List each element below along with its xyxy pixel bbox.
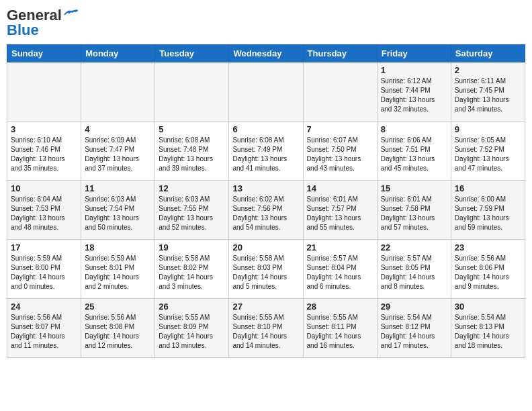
day-info: Sunrise: 6:12 AMSunset: 7:44 PMDaylight:…: [381, 77, 447, 114]
day-info: Sunrise: 6:08 AMSunset: 7:49 PMDaylight:…: [232, 136, 299, 173]
day-info: Sunrise: 5:59 AMSunset: 8:00 PMDaylight:…: [11, 254, 77, 291]
logo: General Blue: [7, 7, 78, 39]
day-number: 20: [232, 242, 299, 253]
day-info: Sunrise: 5:55 AMSunset: 8:09 PMDaylight:…: [159, 313, 225, 351]
day-info: Sunrise: 6:09 AMSunset: 7:47 PMDaylight:…: [85, 136, 151, 173]
calendar-cell: 12Sunrise: 6:03 AMSunset: 7:55 PMDayligh…: [155, 181, 229, 240]
weekday-header-thursday: Thursday: [303, 45, 377, 62]
day-number: 30: [455, 302, 521, 312]
day-number: 29: [381, 302, 447, 312]
day-number: 4: [85, 124, 151, 134]
calendar-cell: 25Sunrise: 5:56 AMSunset: 8:08 PMDayligh…: [81, 299, 155, 358]
day-info: Sunrise: 6:05 AMSunset: 7:52 PMDaylight:…: [455, 136, 521, 173]
day-number: 27: [232, 302, 299, 312]
day-info: Sunrise: 6:00 AMSunset: 7:59 PMDaylight:…: [455, 195, 521, 232]
day-info: Sunrise: 6:03 AMSunset: 7:55 PMDaylight:…: [159, 195, 225, 232]
calendar-cell: [155, 62, 229, 122]
day-number: 14: [307, 183, 373, 193]
calendar-cell: 6Sunrise: 6:08 AMSunset: 7:49 PMDaylight…: [229, 122, 303, 181]
day-info: Sunrise: 6:10 AMSunset: 7:46 PMDaylight:…: [11, 136, 77, 173]
day-number: 21: [307, 242, 373, 253]
calendar-cell: [81, 62, 155, 122]
day-number: 8: [381, 124, 447, 134]
day-number: 10: [11, 183, 77, 193]
calendar-cell: 2Sunrise: 6:11 AMSunset: 7:45 PMDaylight…: [451, 62, 525, 122]
calendar-week-row: 3Sunrise: 6:10 AMSunset: 7:46 PMDaylight…: [7, 122, 525, 181]
calendar-cell: 30Sunrise: 5:54 AMSunset: 8:13 PMDayligh…: [451, 299, 525, 358]
day-info: Sunrise: 5:57 AMSunset: 8:04 PMDaylight:…: [307, 254, 373, 291]
day-number: 26: [159, 302, 225, 312]
day-number: 18: [85, 242, 151, 253]
weekday-header-wednesday: Wednesday: [229, 45, 303, 62]
day-number: 11: [85, 183, 151, 193]
calendar-cell: [229, 62, 303, 122]
day-info: Sunrise: 5:58 AMSunset: 8:03 PMDaylight:…: [232, 254, 299, 291]
day-info: Sunrise: 5:56 AMSunset: 8:08 PMDaylight:…: [85, 313, 151, 351]
day-info: Sunrise: 5:56 AMSunset: 8:06 PMDaylight:…: [455, 254, 521, 291]
calendar-week-row: 1Sunrise: 6:12 AMSunset: 7:44 PMDaylight…: [7, 62, 525, 122]
logo-blue-text: Blue: [7, 21, 39, 39]
day-info: Sunrise: 6:06 AMSunset: 7:51 PMDaylight:…: [381, 136, 447, 173]
day-number: 23: [455, 242, 521, 253]
day-number: 25: [85, 302, 151, 312]
weekday-header-friday: Friday: [377, 45, 451, 62]
calendar-cell: 13Sunrise: 6:02 AMSunset: 7:56 PMDayligh…: [229, 181, 303, 240]
weekday-header-monday: Monday: [81, 45, 155, 62]
calendar-cell: 8Sunrise: 6:06 AMSunset: 7:51 PMDaylight…: [377, 122, 451, 181]
calendar-cell: 4Sunrise: 6:09 AMSunset: 7:47 PMDaylight…: [81, 122, 155, 181]
day-number: 19: [159, 242, 225, 253]
day-number: 22: [381, 242, 447, 253]
calendar-cell: 28Sunrise: 5:55 AMSunset: 8:11 PMDayligh…: [303, 299, 377, 358]
calendar-cell: 10Sunrise: 6:04 AMSunset: 7:53 PMDayligh…: [7, 181, 81, 240]
calendar-cell: 19Sunrise: 5:58 AMSunset: 8:02 PMDayligh…: [155, 240, 229, 299]
calendar-cell: 16Sunrise: 6:00 AMSunset: 7:59 PMDayligh…: [451, 181, 525, 240]
day-number: 28: [307, 302, 373, 312]
calendar-cell: 17Sunrise: 5:59 AMSunset: 8:00 PMDayligh…: [7, 240, 81, 299]
calendar-week-row: 10Sunrise: 6:04 AMSunset: 7:53 PMDayligh…: [7, 181, 525, 240]
day-info: Sunrise: 6:01 AMSunset: 7:57 PMDaylight:…: [307, 195, 373, 232]
day-number: 7: [307, 124, 373, 134]
day-number: 1: [381, 65, 447, 75]
calendar-week-row: 17Sunrise: 5:59 AMSunset: 8:00 PMDayligh…: [7, 240, 525, 299]
calendar-cell: 29Sunrise: 5:54 AMSunset: 8:12 PMDayligh…: [377, 299, 451, 358]
calendar-cell: 11Sunrise: 6:03 AMSunset: 7:54 PMDayligh…: [81, 181, 155, 240]
calendar-cell: 20Sunrise: 5:58 AMSunset: 8:03 PMDayligh…: [229, 240, 303, 299]
day-info: Sunrise: 5:59 AMSunset: 8:01 PMDaylight:…: [85, 254, 151, 291]
day-info: Sunrise: 5:55 AMSunset: 8:11 PMDaylight:…: [307, 313, 373, 351]
calendar-header-row: SundayMondayTuesdayWednesdayThursdayFrid…: [7, 45, 525, 62]
weekday-header-sunday: Sunday: [7, 45, 81, 62]
day-info: Sunrise: 5:57 AMSunset: 8:05 PMDaylight:…: [381, 254, 447, 291]
day-number: 17: [11, 242, 77, 253]
day-number: 6: [232, 124, 299, 134]
day-info: Sunrise: 5:54 AMSunset: 8:12 PMDaylight:…: [381, 313, 447, 351]
day-number: 3: [11, 124, 77, 134]
calendar-cell: 27Sunrise: 5:55 AMSunset: 8:10 PMDayligh…: [229, 299, 303, 358]
day-info: Sunrise: 5:56 AMSunset: 8:07 PMDaylight:…: [11, 313, 77, 351]
day-number: 9: [455, 124, 521, 134]
day-number: 15: [381, 183, 447, 193]
day-info: Sunrise: 5:55 AMSunset: 8:10 PMDaylight:…: [232, 313, 299, 351]
calendar-cell: 18Sunrise: 5:59 AMSunset: 8:01 PMDayligh…: [81, 240, 155, 299]
calendar-cell: 5Sunrise: 6:08 AMSunset: 7:48 PMDaylight…: [155, 122, 229, 181]
day-info: Sunrise: 5:58 AMSunset: 8:02 PMDaylight:…: [159, 254, 225, 291]
day-info: Sunrise: 6:08 AMSunset: 7:48 PMDaylight:…: [159, 136, 225, 173]
day-info: Sunrise: 6:04 AMSunset: 7:53 PMDaylight:…: [11, 195, 77, 232]
weekday-header-saturday: Saturday: [451, 45, 525, 62]
page-header: General Blue: [7, 7, 525, 39]
calendar-cell: 9Sunrise: 6:05 AMSunset: 7:52 PMDaylight…: [451, 122, 525, 181]
calendar-cell: 7Sunrise: 6:07 AMSunset: 7:50 PMDaylight…: [303, 122, 377, 181]
day-info: Sunrise: 5:54 AMSunset: 8:13 PMDaylight:…: [455, 313, 521, 351]
day-info: Sunrise: 6:01 AMSunset: 7:58 PMDaylight:…: [381, 195, 447, 232]
day-info: Sunrise: 6:11 AMSunset: 7:45 PMDaylight:…: [455, 77, 521, 114]
calendar-cell: 3Sunrise: 6:10 AMSunset: 7:46 PMDaylight…: [7, 122, 81, 181]
day-info: Sunrise: 6:03 AMSunset: 7:54 PMDaylight:…: [85, 195, 151, 232]
calendar-cell: 22Sunrise: 5:57 AMSunset: 8:05 PMDayligh…: [377, 240, 451, 299]
day-number: 24: [11, 302, 77, 312]
calendar-cell: [303, 62, 377, 122]
calendar-table: SundayMondayTuesdayWednesdayThursdayFrid…: [7, 44, 525, 358]
logo-bird-icon: [63, 8, 78, 20]
calendar-cell: 26Sunrise: 5:55 AMSunset: 8:09 PMDayligh…: [155, 299, 229, 358]
day-number: 2: [455, 65, 521, 75]
calendar-cell: 24Sunrise: 5:56 AMSunset: 8:07 PMDayligh…: [7, 299, 81, 358]
calendar-cell: 14Sunrise: 6:01 AMSunset: 7:57 PMDayligh…: [303, 181, 377, 240]
